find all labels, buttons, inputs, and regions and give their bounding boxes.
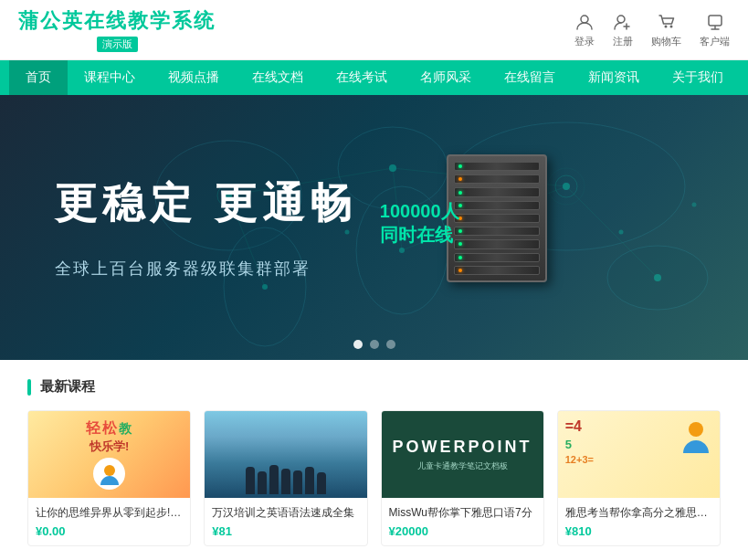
header: 蒲公英在线教学系统 演示版 登录 注册 (0, 0, 748, 60)
cart-button[interactable]: 购物车 (651, 12, 681, 48)
nav-news[interactable]: 新闻资讯 (572, 60, 656, 95)
course-card-1[interactable]: 轻松教 快乐学! 让你的思维异界从零到起步!课系！ ¥0.00 (27, 410, 191, 546)
svg-point-1 (617, 16, 625, 23)
course-price-2: ¥81 (212, 524, 359, 538)
courses-section: 最新课程 轻松教 快乐学! 让你的思维异界从零到起步!课系！ ¥0.00 (0, 360, 748, 560)
register-label: 注册 (613, 35, 633, 48)
login-label: 登录 (574, 35, 595, 48)
course-price-3: ¥20000 (389, 524, 536, 538)
banner-highlight: 100000人 同时在线 (380, 199, 459, 247)
courses-grid: 轻松教 快乐学! 让你的思维异界从零到起步!课系！ ¥0.00 (27, 410, 721, 546)
nav-about[interactable]: 关于我们 (656, 60, 740, 95)
course-info-1: 让你的思维异界从零到起步!课系！ ¥0.00 (28, 498, 190, 545)
course-card-3[interactable]: POWERPOINT 儿童卡通教学笔记文档板 MissWu帮你掌下雅思口语7分 … (381, 410, 544, 546)
logo: 蒲公英在线教学系统 演示版 (18, 7, 216, 52)
banner-subtitle: 全球上百台服务器级联集群部署 (55, 258, 459, 280)
course-info-3: MissWu帮你掌下雅思口语7分 ¥20000 (382, 498, 543, 545)
course-name-2: 万汉培训之英语语法速成全集 (212, 505, 359, 521)
course-info-4: 雅思考当帮你拿高分之雅思5分全程课 ¥810 (558, 498, 720, 545)
header-icons: 登录 注册 购物车 (574, 12, 730, 48)
banner-dot-1[interactable] (353, 340, 363, 349)
course-card-4[interactable]: =4 5 12+3= 雅思考当帮你拿高分之雅思5分全程课 ¥810 (557, 410, 721, 546)
course-price-4: ¥810 (565, 524, 712, 538)
banner-title: 更稳定 更通畅 (55, 175, 357, 232)
svg-point-29 (619, 230, 624, 235)
course-price-1: ¥0.00 (36, 524, 183, 538)
svg-point-30 (692, 203, 697, 207)
svg-point-0 (581, 16, 588, 23)
section-bar (27, 379, 31, 396)
nav-home[interactable]: 首页 (9, 60, 68, 95)
banner-dot-2[interactable] (370, 340, 379, 349)
client-icon (705, 12, 725, 32)
course-name-1: 让你的思维异界从零到起步!课系！ (36, 505, 183, 521)
banner-dots (353, 340, 395, 349)
nav-video[interactable]: 视频点播 (152, 60, 236, 95)
svg-point-34 (104, 465, 115, 476)
nav-exam[interactable]: 在线考试 (320, 60, 404, 95)
svg-rect-6 (709, 16, 722, 26)
svg-point-4 (664, 25, 667, 27)
course-info-2: 万汉培训之英语语法速成全集 ¥81 (205, 498, 366, 545)
client-button[interactable]: 客户端 (700, 12, 730, 48)
banner-content: 更稳定 更通畅 100000人 同时在线 全球上百台服务器级联集群部署 (0, 148, 514, 307)
svg-point-35 (689, 422, 703, 437)
main-nav: 首页 课程中心 视频点播 在线文档 在线考试 名师风采 在线留言 新闻资讯 关于… (0, 60, 748, 95)
nav-courses[interactable]: 课程中心 (68, 60, 152, 95)
banner-dot-3[interactable] (386, 340, 395, 349)
course-img-3: POWERPOINT 儿童卡通教学笔记文档板 (382, 411, 543, 498)
hero-banner: 更稳定 更通畅 100000人 同时在线 全球上百台服务器级联集群部署 (0, 95, 748, 360)
course-img-4: =4 5 12+3= (558, 411, 720, 498)
course-name-4: 雅思考当帮你拿高分之雅思5分全程课 (565, 505, 712, 521)
logo-title: 蒲公英在线教学系统 (18, 7, 216, 35)
logo-subtitle: 演示版 (97, 37, 138, 52)
course-img-2 (205, 411, 366, 498)
section-header: 最新课程 (27, 378, 721, 396)
nav-message[interactable]: 在线留言 (488, 60, 572, 95)
nav-docs[interactable]: 在线文档 (236, 60, 320, 95)
course-card-2[interactable]: 万汉培训之英语语法速成全集 ¥81 (204, 410, 367, 546)
svg-point-24 (654, 274, 661, 281)
course-name-3: MissWu帮你掌下雅思口语7分 (389, 505, 536, 521)
course-img-1: 轻松教 快乐学! (28, 411, 190, 498)
register-button[interactable]: 注册 (613, 12, 633, 48)
svg-point-5 (669, 25, 672, 27)
cart-label: 购物车 (651, 35, 681, 48)
banner-number: 100000人 (380, 199, 459, 223)
register-icon (613, 12, 633, 32)
section-title: 最新课程 (40, 378, 95, 396)
banner-row1: 更稳定 更通畅 100000人 同时在线 (55, 175, 459, 247)
login-button[interactable]: 登录 (574, 12, 595, 48)
cart-icon (657, 12, 677, 32)
login-icon (574, 12, 595, 32)
banner-online: 同时在线 (380, 223, 459, 247)
client-label: 客户端 (700, 35, 730, 48)
nav-teachers[interactable]: 名师风采 (404, 60, 488, 95)
